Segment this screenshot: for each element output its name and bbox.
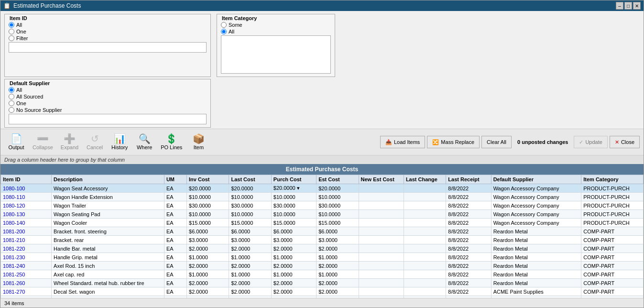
table-cell: EA xyxy=(164,287,186,296)
col-header-new-est-cost[interactable]: New Est Cost xyxy=(359,175,404,184)
col-header-last-change[interactable]: Last Change xyxy=(404,175,446,184)
po-lines-button[interactable]: 💲 PO Lines xyxy=(157,131,186,154)
table-cell xyxy=(404,210,446,219)
table-cell[interactable]: 1081-250 xyxy=(1,270,52,279)
col-header-item-id[interactable]: Item ID xyxy=(1,175,52,184)
clear-all-button[interactable]: Clear All xyxy=(481,136,512,148)
maximize-button[interactable]: □ xyxy=(624,2,632,10)
col-header-default-supplier[interactable]: Default Supplier xyxy=(491,175,581,184)
table-cell: Reardon Metal xyxy=(491,270,581,279)
expand-button[interactable]: ➕ Expand xyxy=(57,131,82,154)
minimize-button[interactable]: – xyxy=(616,2,623,10)
table-cell xyxy=(359,227,404,236)
table-cell xyxy=(359,210,404,219)
table-cell: $2.0000 xyxy=(271,287,316,296)
item-id-filter-radio[interactable] xyxy=(9,35,14,41)
col-header-item-category[interactable]: Item Category xyxy=(581,175,644,184)
table-cell: 8/8/2022 xyxy=(446,287,491,296)
item-cat-all-option[interactable]: All xyxy=(221,29,331,34)
table-cell: $15.0000 xyxy=(317,219,359,227)
table-cell xyxy=(404,262,446,270)
table-cell: $6.0000 xyxy=(271,227,316,236)
table-cell: $10.0000 xyxy=(271,193,316,201)
item-id-one-radio[interactable] xyxy=(9,29,14,34)
title-bar-left: 📋 Estimated Purchase Costs xyxy=(3,2,81,9)
table-cell xyxy=(359,279,404,287)
supplier-no-source-radio[interactable] xyxy=(9,107,14,113)
table-cell: EA xyxy=(164,236,186,244)
table-cell[interactable]: 1081-260 xyxy=(1,279,52,287)
table-cell[interactable]: 1080-120 xyxy=(1,201,52,210)
table-cell[interactable]: 1081-220 xyxy=(1,244,52,253)
history-label: History xyxy=(111,144,128,150)
table-cell[interactable]: 1081-230 xyxy=(1,253,52,262)
item-cat-some-radio[interactable] xyxy=(221,22,227,28)
table-cell: Axel Rod. 15 inch xyxy=(52,262,164,270)
supplier-one-option[interactable]: One xyxy=(9,100,207,106)
output-button[interactable]: 📄 Output xyxy=(4,131,28,154)
col-header-inv-cost[interactable]: Inv Cost xyxy=(187,175,229,184)
load-items-button[interactable]: 📥 Load Items xyxy=(380,136,425,148)
table-cell xyxy=(359,201,404,210)
col-header-last-cost[interactable]: Last Cost xyxy=(229,175,271,184)
item-id-one-option[interactable]: One xyxy=(9,29,207,34)
item-cat-all-radio[interactable] xyxy=(221,29,227,34)
col-header-last-receipt[interactable]: Last Receipt xyxy=(446,175,491,184)
collapse-button[interactable]: ➖ Collapse xyxy=(29,131,56,154)
table-cell: Wheel Standard. metal hub. rubber tire xyxy=(52,279,164,287)
item-label: Item xyxy=(194,144,204,150)
col-header-purch-cost[interactable]: Purch Cost xyxy=(271,175,316,184)
table-row: 1081-200Bracket. front. steeringEA$6.000… xyxy=(1,227,644,236)
supplier-all-sourced-option[interactable]: All Sourced xyxy=(9,94,207,99)
table-cell: Wagon Accessory Company xyxy=(491,210,581,219)
item-id-all-radio[interactable] xyxy=(9,22,14,28)
table-cell: $10.0000 xyxy=(229,210,271,219)
where-icon: 🔍 xyxy=(139,134,151,143)
col-header-description[interactable]: Description xyxy=(52,175,164,184)
supplier-all-sourced-radio[interactable] xyxy=(9,94,14,99)
item-button[interactable]: 📦 Item xyxy=(186,131,210,154)
table-cell: Wagon Handle Extension xyxy=(52,193,164,201)
item-cat-some-option[interactable]: Some xyxy=(221,22,331,28)
mass-replace-label: Mass Replace xyxy=(441,139,474,145)
history-button[interactable]: 📊 History xyxy=(108,131,131,154)
table-cell: $10.0000 xyxy=(187,193,229,201)
table-container[interactable]: Estimated Purchase Costs Item ID Descrip… xyxy=(0,164,644,298)
supplier-all-radio[interactable] xyxy=(9,87,14,93)
where-button[interactable]: 🔍 Where xyxy=(132,131,156,154)
table-cell: Wagon Cooler xyxy=(52,219,164,227)
table-cell[interactable]: 1081-200 xyxy=(1,227,52,236)
table-cell[interactable]: 1080-140 xyxy=(1,219,52,227)
table-cell: COMP-PART xyxy=(581,244,644,253)
table-cell[interactable]: 1081-210 xyxy=(1,236,52,244)
table-cell: EA xyxy=(164,244,186,253)
table-cell: $1.0000 xyxy=(271,270,316,279)
item-id-text-input[interactable] xyxy=(9,42,207,53)
item-cat-all-label: All xyxy=(229,29,234,34)
supplier-text-input[interactable] xyxy=(9,114,207,124)
supplier-all-option[interactable]: All xyxy=(9,87,207,93)
table-cell: $1.0000 xyxy=(229,253,271,262)
table-cell[interactable]: 1080-130 xyxy=(1,210,52,219)
supplier-one-radio[interactable] xyxy=(9,100,14,106)
table-cell[interactable]: 1080-100 xyxy=(1,184,52,193)
update-button[interactable]: ✓ Update xyxy=(574,136,607,148)
table-row: 1080-110Wagon Handle ExtensionEA$10.0000… xyxy=(1,193,644,201)
table-cell[interactable]: 1080-110 xyxy=(1,193,52,201)
mass-replace-button[interactable]: 🔀 Mass Replace xyxy=(427,136,480,148)
close-button[interactable]: ✕ Close xyxy=(610,136,640,148)
table-cell[interactable]: 1081-240 xyxy=(1,262,52,270)
close-label: Close xyxy=(621,139,634,145)
table-cell: $1.0000 xyxy=(271,253,316,262)
cancel-button[interactable]: ↺ Cancel xyxy=(83,131,107,154)
col-header-est-cost[interactable]: Est Cost xyxy=(317,175,359,184)
table-cell[interactable]: 1081-270 xyxy=(1,287,52,296)
table-cell: Reardon Metal xyxy=(491,253,581,262)
item-category-list[interactable] xyxy=(221,35,331,74)
item-id-all-option[interactable]: All xyxy=(9,22,207,28)
table-cell: $2.0000 xyxy=(229,287,271,296)
supplier-no-source-option[interactable]: No Source Supplier xyxy=(9,107,207,113)
col-header-um[interactable]: UM xyxy=(164,175,186,184)
window-close-button[interactable]: ✕ xyxy=(633,2,641,10)
item-id-filter-option[interactable]: Filter xyxy=(9,35,207,41)
